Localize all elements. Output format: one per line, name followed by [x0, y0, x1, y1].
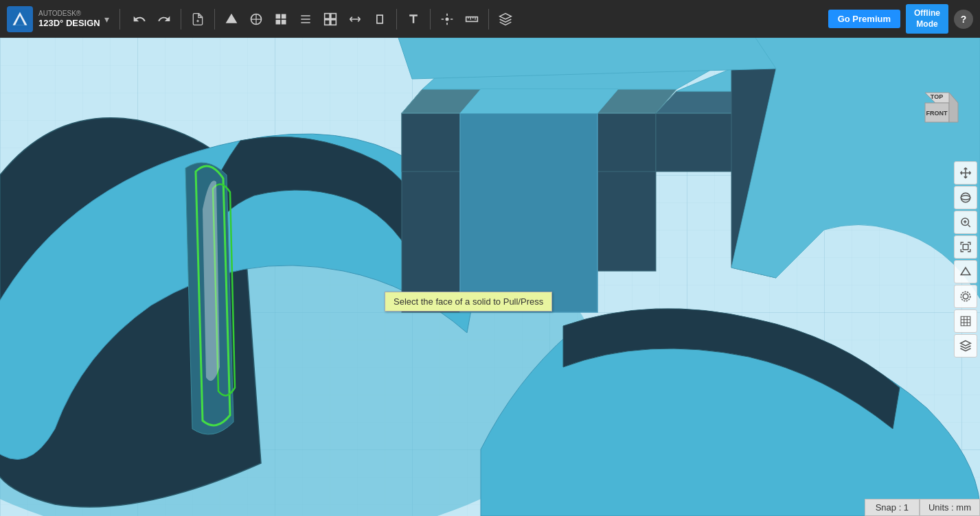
separator-2 [181, 9, 181, 30]
separator-4 [396, 9, 397, 30]
redo-button[interactable] [153, 8, 175, 30]
svg-rect-4 [276, 14, 281, 19]
grid-toggle-button[interactable] [954, 309, 977, 333]
view-cube[interactable]: TOP FRONT [911, 82, 959, 130]
render-toggle-button[interactable] [954, 285, 977, 308]
svg-point-32 [961, 292, 970, 301]
orbit-button[interactable] [954, 186, 977, 209]
logo-area: AUTODESK® 123D° DESIGN ▾ [0, 6, 117, 32]
primitives-button[interactable] [220, 8, 242, 30]
pan-button[interactable] [954, 161, 977, 185]
svg-rect-10 [325, 19, 330, 25]
tooltip-text: Select the face of a solid to Pull/Press [394, 296, 543, 307]
app-title: AUTODESK® 123D° DESIGN [38, 9, 100, 30]
autodesk-logo-icon [7, 6, 33, 32]
separator-1 [119, 9, 120, 30]
help-button[interactable]: ? [954, 10, 973, 29]
offline-mode-button[interactable]: Offline Mode [906, 4, 948, 34]
status-bar: Snap : 1 Units : mm [865, 499, 980, 516]
undo-button[interactable] [128, 8, 150, 30]
viewport: Select the face of a solid to Pull/Press… [0, 38, 980, 516]
text-button[interactable] [402, 8, 424, 30]
right-panel [954, 161, 980, 357]
snap-button[interactable] [436, 8, 458, 30]
svg-rect-5 [282, 14, 286, 19]
svg-text:TOP: TOP [931, 93, 943, 100]
measure-button[interactable] [344, 8, 366, 30]
svg-text:FRONT: FRONT [926, 110, 948, 117]
layers-button[interactable] [494, 8, 516, 30]
tooltip: Select the face of a solid to Pull/Press [385, 292, 552, 312]
svg-marker-24 [949, 93, 958, 122]
combine-button[interactable] [369, 8, 391, 30]
app-dropdown-arrow[interactable]: ▾ [104, 14, 109, 25]
ruler-button[interactable] [461, 8, 483, 30]
go-premium-button[interactable]: Go Premium [828, 10, 900, 28]
separator-3 [214, 9, 215, 30]
svg-rect-8 [325, 13, 330, 19]
svg-rect-13 [466, 16, 478, 21]
separator-6 [488, 9, 489, 30]
construct-button[interactable] [270, 8, 292, 30]
units-indicator[interactable]: Units : mm [920, 499, 980, 516]
separator-5 [430, 9, 431, 30]
fit-button[interactable] [954, 235, 977, 259]
brand-name: AUTODESK® [38, 9, 100, 18]
svg-rect-11 [331, 19, 337, 25]
new-button[interactable] [187, 8, 209, 30]
app-name: 123D° DESIGN [38, 18, 100, 30]
snap-indicator[interactable]: Snap : 1 [865, 499, 920, 516]
header-right: Go Premium Offline Mode ? [828, 4, 980, 34]
svg-point-28 [961, 196, 970, 200]
modify-button[interactable] [295, 8, 317, 30]
perspective-button[interactable] [954, 260, 977, 283]
svg-rect-30 [963, 244, 968, 250]
svg-point-27 [961, 193, 970, 202]
zoom-button[interactable] [954, 211, 977, 234]
svg-rect-6 [276, 19, 281, 24]
toolbar [123, 8, 828, 30]
model-scene [0, 38, 980, 516]
header: AUTODESK® 123D° DESIGN ▾ [0, 0, 980, 38]
svg-rect-21 [656, 113, 738, 172]
layers-panel-button[interactable] [954, 334, 977, 357]
svg-rect-9 [331, 13, 337, 19]
sketch-button[interactable] [245, 8, 267, 30]
pattern-button[interactable] [319, 8, 341, 30]
svg-point-31 [963, 294, 968, 299]
svg-point-12 [446, 17, 449, 21]
svg-rect-7 [282, 19, 286, 24]
